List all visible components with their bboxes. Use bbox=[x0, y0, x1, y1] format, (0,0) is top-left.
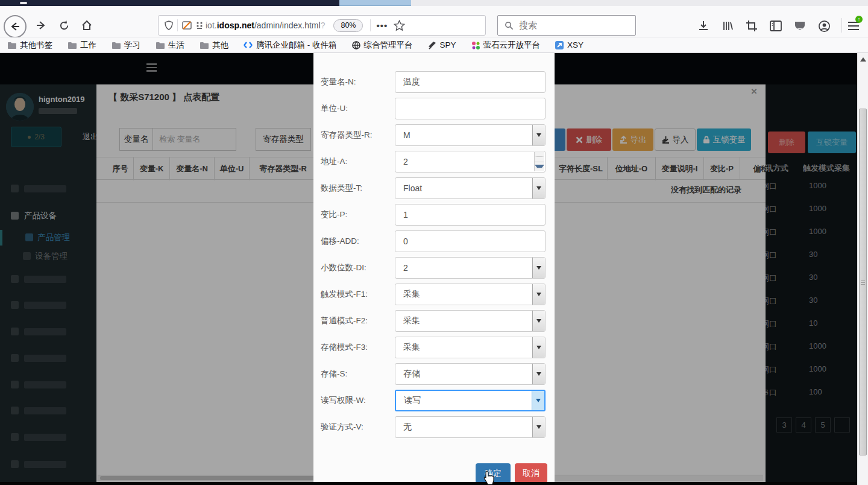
field-text-5[interactable]: 1 bbox=[395, 204, 546, 226]
bookmark-item[interactable]: SPY bbox=[428, 40, 456, 49]
active-tab[interactable] bbox=[339, 0, 411, 6]
bookmark-item[interactable]: 学习 bbox=[112, 40, 140, 51]
field-select-8[interactable]: 采集 bbox=[395, 284, 546, 305]
spinner-down-icon[interactable] bbox=[535, 162, 544, 172]
bookmark-item[interactable]: 腾讯企业邮箱 - 收件箱 bbox=[244, 40, 337, 51]
form-row: 触发模式-F1:采集 bbox=[313, 284, 555, 305]
field-label: 地址-A: bbox=[321, 156, 395, 167]
bookmark-item[interactable]: XSY bbox=[555, 40, 583, 49]
vertical-scrollbar-thumb[interactable] bbox=[859, 109, 867, 455]
variable-config-modal: 变量名-N:温度单位-U:寄存器类型-R:M地址-A:2数据类型-T:Float… bbox=[313, 53, 555, 482]
vertical-scrollbar[interactable] bbox=[857, 53, 868, 485]
form-row: 小数位数-DI:2 bbox=[313, 257, 555, 279]
bookmark-label: SPY bbox=[440, 40, 456, 49]
divider bbox=[841, 18, 842, 33]
form-row: 数据类型-T:Float bbox=[313, 177, 555, 199]
field-value: 存储 bbox=[403, 369, 420, 379]
field-label: 触发模式-F1: bbox=[321, 289, 395, 300]
spinner-up-icon[interactable] bbox=[535, 152, 544, 162]
account-icon[interactable] bbox=[817, 19, 831, 33]
bookmark-label: 生活 bbox=[168, 40, 184, 51]
field-select-11[interactable]: 存储 bbox=[395, 363, 546, 385]
bookmark-item[interactable]: 其他书签 bbox=[7, 40, 52, 51]
shield-icon[interactable] bbox=[165, 21, 173, 30]
bookmark-label: 萤石云开放平台 bbox=[483, 40, 541, 51]
field-value: 1 bbox=[403, 210, 408, 220]
field-label: 偏移-ADD: bbox=[321, 236, 395, 247]
update-badge-icon: ↑ bbox=[855, 16, 863, 23]
sidebars-icon[interactable] bbox=[769, 19, 783, 33]
tab-strip-dark bbox=[0, 0, 339, 6]
chevron-down-icon[interactable] bbox=[532, 364, 545, 384]
divider bbox=[177, 19, 178, 31]
field-label: 数据类型-T: bbox=[321, 183, 395, 194]
bookmark-item[interactable]: 综合管理平台 bbox=[352, 40, 413, 51]
bookmark-item[interactable]: 生活 bbox=[156, 40, 184, 51]
home-button[interactable] bbox=[80, 18, 94, 33]
form-row: 普通模式-F2:采集 bbox=[313, 310, 555, 332]
bookmark-label: 工作 bbox=[80, 40, 96, 51]
bookmarks-bar: 其他书签工作学习生活其他腾讯企业邮箱 - 收件箱综合管理平台SPY萤石云开放平台… bbox=[0, 37, 868, 53]
field-select-2[interactable]: M bbox=[395, 124, 546, 146]
tab-favicon bbox=[20, 2, 27, 4]
field-text-6[interactable]: 0 bbox=[395, 230, 546, 252]
form-row: 偏移-ADD:0 bbox=[313, 230, 555, 252]
chevron-down-icon[interactable] bbox=[532, 125, 545, 145]
bookmark-star-icon[interactable] bbox=[394, 20, 405, 31]
field-value: 2 bbox=[403, 263, 408, 273]
page-actions-icon[interactable]: ••• bbox=[376, 21, 388, 31]
field-select-10[interactable]: 采集 bbox=[395, 337, 546, 358]
screenshot-icon[interactable] bbox=[744, 19, 759, 33]
reload-button[interactable] bbox=[57, 18, 71, 33]
form-row: 读写权限-W:读写 bbox=[313, 390, 555, 411]
field-select-12[interactable]: 读写 bbox=[395, 390, 546, 411]
tencent-mail-icon bbox=[244, 41, 253, 49]
field-select-4[interactable]: Float bbox=[395, 177, 546, 199]
pocket-icon[interactable] bbox=[793, 19, 807, 33]
library-icon[interactable] bbox=[720, 19, 735, 33]
bookmark-item[interactable]: 其他 bbox=[200, 40, 228, 51]
field-value: 读写 bbox=[404, 395, 421, 406]
field-select-13[interactable]: 无 bbox=[395, 416, 546, 438]
form-row: 寄存器类型-R:M bbox=[313, 124, 555, 146]
url-bar[interactable]: iot.idosp.net/admin/index.html? 80% ••• bbox=[158, 15, 486, 36]
field-text-0[interactable]: 温度 bbox=[395, 71, 546, 93]
forward-button[interactable] bbox=[34, 18, 48, 33]
scroll-up-arrow-icon[interactable] bbox=[860, 57, 866, 62]
permissions-icon[interactable] bbox=[196, 21, 203, 30]
form-row: 验证方式-V:无 bbox=[313, 416, 555, 438]
back-button[interactable] bbox=[4, 15, 27, 38]
spy-icon bbox=[428, 41, 436, 49]
search-input[interactable]: 搜索 bbox=[497, 15, 636, 36]
cancel-button[interactable]: 取消 bbox=[515, 463, 547, 483]
chevron-down-icon[interactable] bbox=[532, 337, 545, 358]
downloads-icon[interactable] bbox=[696, 19, 711, 33]
url-text[interactable]: iot.idosp.net/admin/index.html? bbox=[206, 21, 325, 30]
chevron-down-icon[interactable] bbox=[532, 178, 545, 198]
search-icon bbox=[505, 21, 514, 30]
bookmark-label: 综合管理平台 bbox=[364, 40, 413, 51]
admin-page: hignton2019 2/3 退出 产品设备产品管理设备管理 删除互锁变量 通… bbox=[0, 53, 868, 485]
folder-icon bbox=[200, 42, 209, 49]
globe-icon bbox=[352, 41, 360, 49]
field-label: 小数位数-DI: bbox=[321, 262, 395, 273]
field-value: Float bbox=[403, 183, 422, 193]
images-blocked-icon[interactable] bbox=[182, 21, 192, 30]
browser-toolbar: iot.idosp.net/admin/index.html? 80% ••• … bbox=[0, 6, 868, 37]
bookmark-item[interactable]: 工作 bbox=[68, 40, 96, 51]
chevron-down-icon[interactable] bbox=[532, 258, 545, 278]
folder-icon bbox=[156, 42, 165, 49]
field-text-1[interactable] bbox=[395, 98, 546, 119]
chevron-down-icon[interactable] bbox=[532, 284, 545, 305]
chevron-down-icon[interactable] bbox=[532, 311, 545, 331]
field-number-3[interactable]: 2 bbox=[395, 151, 546, 173]
divider bbox=[370, 19, 371, 31]
field-select-7[interactable]: 2 bbox=[395, 257, 546, 279]
zoom-level-badge[interactable]: 80% bbox=[333, 19, 363, 32]
field-select-9[interactable]: 采集 bbox=[395, 310, 546, 332]
number-spinner[interactable] bbox=[534, 152, 544, 171]
bookmark-item[interactable]: 萤石云开放平台 bbox=[471, 40, 541, 51]
chevron-down-icon[interactable] bbox=[532, 417, 545, 437]
form-row: 存储模式-F3:采集 bbox=[313, 337, 555, 358]
chevron-down-icon[interactable] bbox=[532, 391, 544, 410]
